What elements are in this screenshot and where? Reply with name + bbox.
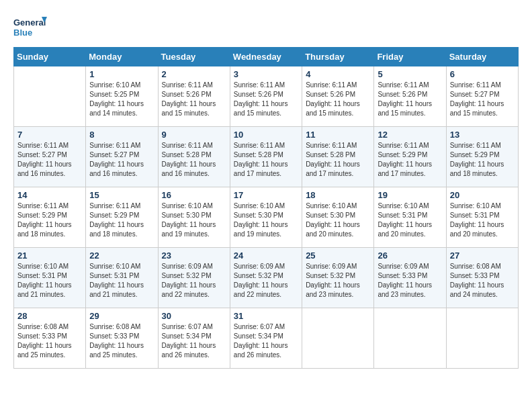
day-number: 31 <box>234 311 298 321</box>
day-info: Sunrise: 6:10 AM Sunset: 5:31 PM Dayligh… <box>17 262 82 300</box>
day-info: Sunrise: 6:09 AM Sunset: 5:32 PM Dayligh… <box>162 262 226 300</box>
day-info: Sunrise: 6:10 AM Sunset: 5:31 PM Dayligh… <box>89 262 154 300</box>
day-info: Sunrise: 6:11 AM Sunset: 5:26 PM Dayligh… <box>306 81 370 118</box>
day-info: Sunrise: 6:11 AM Sunset: 5:29 PM Dayligh… <box>450 141 515 179</box>
calendar-week-5: 28Sunrise: 6:08 AM Sunset: 5:33 PM Dayli… <box>14 308 519 369</box>
day-info: Sunrise: 6:09 AM Sunset: 5:33 PM Dayligh… <box>378 262 442 300</box>
day-number: 10 <box>234 130 298 140</box>
calendar-cell: 28Sunrise: 6:08 AM Sunset: 5:33 PM Dayli… <box>14 308 86 369</box>
day-number: 11 <box>306 130 370 140</box>
day-number: 20 <box>450 190 515 200</box>
day-number: 29 <box>89 311 154 321</box>
calendar-cell: 30Sunrise: 6:07 AM Sunset: 5:34 PM Dayli… <box>158 308 230 369</box>
calendar-cell: 20Sunrise: 6:10 AM Sunset: 5:31 PM Dayli… <box>446 187 518 248</box>
calendar-cell: 21Sunrise: 6:10 AM Sunset: 5:31 PM Dayli… <box>14 248 86 308</box>
day-number: 27 <box>450 250 515 261</box>
day-info: Sunrise: 6:11 AM Sunset: 5:27 PM Dayligh… <box>450 81 515 118</box>
day-info: Sunrise: 6:10 AM Sunset: 5:31 PM Dayligh… <box>450 201 515 239</box>
day-number: 7 <box>17 130 82 140</box>
day-number: 19 <box>378 190 442 200</box>
day-info: Sunrise: 6:10 AM Sunset: 5:31 PM Dayligh… <box>378 201 442 239</box>
calendar-header: SundayMondayTuesdayWednesdayThursdayFrid… <box>14 48 519 66</box>
calendar-cell: 25Sunrise: 6:09 AM Sunset: 5:32 PM Dayli… <box>302 248 374 308</box>
calendar-cell: 3Sunrise: 6:11 AM Sunset: 5:26 PM Daylig… <box>230 66 302 127</box>
calendar-table: SundayMondayTuesdayWednesdayThursdayFrid… <box>13 47 519 369</box>
day-number: 1 <box>89 69 154 79</box>
calendar-cell: 13Sunrise: 6:11 AM Sunset: 5:29 PM Dayli… <box>446 127 518 187</box>
day-info: Sunrise: 6:11 AM Sunset: 5:27 PM Dayligh… <box>89 141 154 179</box>
weekday-header-wednesday: Wednesday <box>230 48 302 66</box>
day-number: 25 <box>306 250 370 261</box>
day-info: Sunrise: 6:11 AM Sunset: 5:29 PM Dayligh… <box>89 201 154 239</box>
day-info: Sunrise: 6:08 AM Sunset: 5:33 PM Dayligh… <box>17 322 82 360</box>
calendar-cell: 6Sunrise: 6:11 AM Sunset: 5:27 PM Daylig… <box>446 66 518 127</box>
calendar-cell: 11Sunrise: 6:11 AM Sunset: 5:28 PM Dayli… <box>302 127 374 187</box>
day-number: 24 <box>234 250 298 261</box>
calendar-cell: 27Sunrise: 6:08 AM Sunset: 5:33 PM Dayli… <box>446 248 518 308</box>
day-number: 18 <box>306 190 370 200</box>
calendar-week-4: 21Sunrise: 6:10 AM Sunset: 5:31 PM Dayli… <box>14 248 519 308</box>
day-info: Sunrise: 6:10 AM Sunset: 5:30 PM Dayligh… <box>162 201 226 239</box>
day-number: 13 <box>450 130 515 140</box>
day-number: 2 <box>162 69 226 79</box>
day-info: Sunrise: 6:11 AM Sunset: 5:27 PM Dayligh… <box>17 141 82 179</box>
calendar-cell: 29Sunrise: 6:08 AM Sunset: 5:33 PM Dayli… <box>86 308 158 369</box>
day-number: 16 <box>162 190 226 200</box>
day-number: 5 <box>378 69 442 79</box>
calendar-cell: 19Sunrise: 6:10 AM Sunset: 5:31 PM Dayli… <box>374 187 446 248</box>
day-info: Sunrise: 6:10 AM Sunset: 5:30 PM Dayligh… <box>306 201 370 239</box>
day-info: Sunrise: 6:11 AM Sunset: 5:28 PM Dayligh… <box>234 141 298 179</box>
day-number: 4 <box>306 69 370 79</box>
day-number: 21 <box>17 250 82 261</box>
weekday-header-monday: Monday <box>86 48 158 66</box>
day-info: Sunrise: 6:09 AM Sunset: 5:32 PM Dayligh… <box>306 262 370 300</box>
calendar-cell: 24Sunrise: 6:09 AM Sunset: 5:32 PM Dayli… <box>230 248 302 308</box>
day-info: Sunrise: 6:07 AM Sunset: 5:34 PM Dayligh… <box>234 322 298 360</box>
calendar-cell: 8Sunrise: 6:11 AM Sunset: 5:27 PM Daylig… <box>86 127 158 187</box>
weekday-header-saturday: Saturday <box>446 48 518 66</box>
svg-text:General: General <box>13 17 46 28</box>
calendar-week-2: 7Sunrise: 6:11 AM Sunset: 5:27 PM Daylig… <box>14 127 519 187</box>
calendar-cell: 16Sunrise: 6:10 AM Sunset: 5:30 PM Dayli… <box>158 187 230 248</box>
day-info: Sunrise: 6:07 AM Sunset: 5:34 PM Dayligh… <box>162 322 226 360</box>
day-number: 26 <box>378 250 442 261</box>
calendar-cell: 26Sunrise: 6:09 AM Sunset: 5:33 PM Dayli… <box>374 248 446 308</box>
calendar-cell: 18Sunrise: 6:10 AM Sunset: 5:30 PM Dayli… <box>302 187 374 248</box>
day-number: 17 <box>234 190 298 200</box>
calendar-cell: 5Sunrise: 6:11 AM Sunset: 5:26 PM Daylig… <box>374 66 446 127</box>
calendar-cell: 22Sunrise: 6:10 AM Sunset: 5:31 PM Dayli… <box>86 248 158 308</box>
calendar-cell: 7Sunrise: 6:11 AM Sunset: 5:27 PM Daylig… <box>14 127 86 187</box>
day-info: Sunrise: 6:11 AM Sunset: 5:29 PM Dayligh… <box>378 141 442 179</box>
calendar-cell: 31Sunrise: 6:07 AM Sunset: 5:34 PM Dayli… <box>230 308 302 369</box>
weekday-header-friday: Friday <box>374 48 446 66</box>
day-info: Sunrise: 6:08 AM Sunset: 5:33 PM Dayligh… <box>450 262 515 300</box>
calendar-cell: 23Sunrise: 6:09 AM Sunset: 5:32 PM Dayli… <box>158 248 230 308</box>
calendar-cell: 10Sunrise: 6:11 AM Sunset: 5:28 PM Dayli… <box>230 127 302 187</box>
day-info: Sunrise: 6:11 AM Sunset: 5:28 PM Dayligh… <box>306 141 370 179</box>
header: General Blue <box>13 13 519 40</box>
weekday-header-thursday: Thursday <box>302 48 374 66</box>
day-number: 30 <box>162 311 226 321</box>
day-number: 23 <box>162 250 226 261</box>
calendar-cell: 9Sunrise: 6:11 AM Sunset: 5:28 PM Daylig… <box>158 127 230 187</box>
calendar-week-1: 1Sunrise: 6:10 AM Sunset: 5:25 PM Daylig… <box>14 66 519 127</box>
svg-text:Blue: Blue <box>13 28 32 38</box>
logo-svg: General Blue <box>13 13 47 40</box>
calendar-cell: 15Sunrise: 6:11 AM Sunset: 5:29 PM Dayli… <box>86 187 158 248</box>
day-number: 14 <box>17 190 82 200</box>
calendar-cell: 17Sunrise: 6:10 AM Sunset: 5:30 PM Dayli… <box>230 187 302 248</box>
calendar-cell: 2Sunrise: 6:11 AM Sunset: 5:26 PM Daylig… <box>158 66 230 127</box>
calendar-cell: 14Sunrise: 6:11 AM Sunset: 5:29 PM Dayli… <box>14 187 86 248</box>
day-number: 6 <box>450 69 515 79</box>
logo: General Blue <box>13 13 47 40</box>
calendar-cell <box>374 308 446 369</box>
day-number: 12 <box>378 130 442 140</box>
day-info: Sunrise: 6:11 AM Sunset: 5:26 PM Dayligh… <box>234 81 298 118</box>
day-info: Sunrise: 6:11 AM Sunset: 5:26 PM Dayligh… <box>378 81 442 118</box>
calendar-cell: 4Sunrise: 6:11 AM Sunset: 5:26 PM Daylig… <box>302 66 374 127</box>
day-info: Sunrise: 6:11 AM Sunset: 5:26 PM Dayligh… <box>162 81 226 118</box>
day-number: 9 <box>162 130 226 140</box>
calendar-cell <box>14 66 86 127</box>
day-number: 8 <box>89 130 154 140</box>
calendar-week-3: 14Sunrise: 6:11 AM Sunset: 5:29 PM Dayli… <box>14 187 519 248</box>
